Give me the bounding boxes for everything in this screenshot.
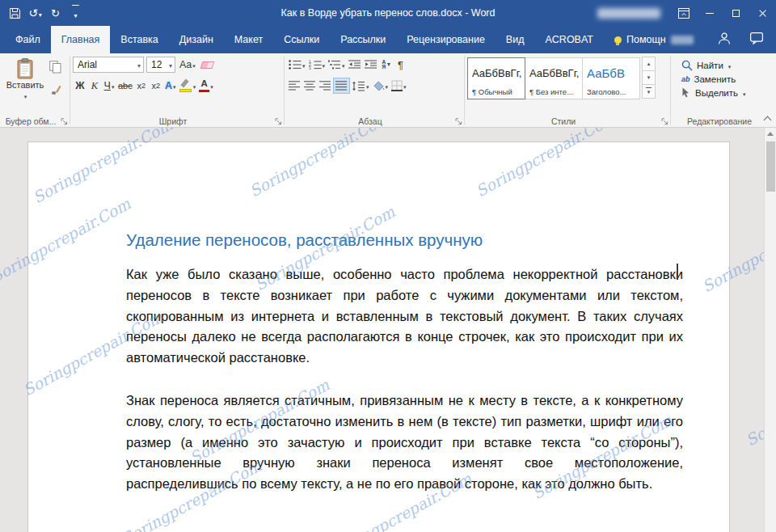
tab-references[interactable]: Ссылки — [273, 26, 330, 53]
minimize-icon — [706, 13, 714, 14]
show-marks-button[interactable]: ¶ — [394, 57, 408, 73]
chevron-down-icon — [209, 80, 213, 91]
styles-scroll-up-button[interactable] — [642, 57, 656, 71]
tab-tell-me[interactable]: Помощн — [604, 26, 704, 53]
vertical-scrollbar[interactable] — [764, 128, 776, 532]
save-button[interactable] — [5, 0, 25, 26]
justify-button[interactable] — [333, 78, 350, 94]
sort-icon: АЯ — [382, 60, 386, 70]
superscript-button[interactable]: x2 — [149, 78, 163, 94]
copy-icon — [49, 61, 61, 74]
align-center-button[interactable] — [302, 78, 318, 94]
font-size-combo[interactable]: 12 — [146, 57, 175, 73]
tabrow-right-icons — [718, 26, 776, 53]
customize-quick-access-button[interactable] — [65, 0, 86, 26]
tab-home[interactable]: Главная — [51, 26, 111, 53]
font-size-value: 12 — [151, 59, 162, 70]
styles-more-button[interactable] — [642, 84, 656, 99]
redo-button[interactable] — [45, 0, 65, 26]
style-name: ¶ Без инте... — [525, 87, 582, 99]
font-family-combo[interactable]: Arial — [73, 57, 144, 73]
clear-formatting-button[interactable] — [200, 57, 215, 73]
undo-button[interactable] — [25, 0, 45, 26]
borders-button[interactable] — [390, 78, 408, 94]
scroll-up-button[interactable] — [765, 128, 776, 140]
style-name: ¶ Обычный — [468, 87, 525, 99]
paragraph-dialog-launcher[interactable] — [455, 118, 462, 125]
style-heading[interactable]: АаБбВ Заголово... — [582, 57, 640, 99]
strikethrough-button[interactable]: abc — [116, 78, 134, 94]
replace-button[interactable]: ab Заменить — [681, 74, 746, 84]
italic-button[interactable]: К — [87, 78, 102, 94]
decrease-indent-button[interactable] — [347, 57, 363, 73]
styles-scroll — [642, 57, 656, 99]
document-paragraph[interactable]: Как уже было сказано выше, особенно част… — [126, 264, 683, 369]
font-dialog-launcher[interactable] — [275, 118, 282, 125]
maximize-icon — [732, 10, 740, 17]
styles-dialog-launcher[interactable] — [661, 118, 668, 125]
increase-indent-button[interactable] — [363, 57, 379, 73]
chevron-down-icon — [192, 80, 196, 91]
style-preview: АаБбВ — [583, 58, 639, 87]
chevron-down-icon — [385, 80, 389, 91]
tab-mailings[interactable]: Рассылки — [330, 26, 396, 53]
share-comment-button[interactable] — [750, 32, 763, 48]
line-spacing-button[interactable] — [350, 78, 371, 94]
style-name: Заголово... — [583, 87, 639, 99]
tell-me-label: Помощн — [626, 34, 666, 45]
undo-icon — [28, 6, 38, 20]
multilevel-list-button[interactable] — [327, 57, 347, 73]
document-paragraph[interactable]: Знак переноса является статичным, привяз… — [126, 391, 683, 495]
paste-button[interactable]: Вставить — [2, 57, 48, 100]
font-group: Arial 12 Aa Ж К Ч abc x2 x2 А А Шрифт — [70, 53, 284, 127]
font-color-button[interactable]: А — [197, 78, 215, 94]
numbering-button[interactable]: 1.2.3. — [307, 57, 327, 73]
line-spacing-icon — [352, 81, 365, 91]
style-preview: АаБбВвГг, — [468, 58, 525, 87]
underline-button[interactable]: Ч — [102, 78, 116, 94]
style-normal[interactable]: АаБбВвГг, ¶ Обычный — [467, 57, 525, 99]
window-controls — [597, 0, 776, 26]
tab-design[interactable]: Дизайн — [169, 26, 224, 53]
copy-button[interactable] — [49, 61, 61, 77]
redo-icon — [51, 6, 60, 20]
sort-button[interactable]: АЯ — [379, 57, 394, 73]
blurred-user-name — [597, 8, 660, 19]
maximize-button[interactable] — [723, 0, 749, 26]
format-painter-button[interactable] — [49, 84, 61, 99]
chevron-down-icon — [111, 80, 115, 91]
text-highlight-button[interactable] — [178, 78, 198, 94]
replace-label: Заменить — [694, 74, 736, 84]
align-right-icon — [319, 81, 331, 91]
change-case-button[interactable]: Aa — [178, 57, 197, 73]
document-page[interactable]: Удаление переносов, расставленных вручну… — [27, 141, 730, 532]
tab-layout[interactable]: Макет — [224, 26, 273, 53]
shading-button[interactable] — [371, 78, 390, 94]
align-right-button[interactable] — [318, 78, 333, 94]
subscript-button[interactable]: x2 — [134, 78, 149, 94]
text-cursor — [677, 264, 678, 280]
find-button[interactable]: Найти — [681, 60, 746, 71]
select-button[interactable]: Выделить — [681, 87, 746, 98]
bullets-button[interactable] — [287, 57, 307, 73]
tab-acrobat[interactable]: ACROBAT — [534, 26, 604, 53]
scrollbar-thumb[interactable] — [766, 141, 775, 192]
minimize-button[interactable] — [696, 0, 723, 26]
clipboard-dialog-launcher[interactable] — [61, 118, 68, 125]
document-heading[interactable]: Удаление переносов, расставленных вручну… — [126, 230, 683, 251]
style-no-spacing[interactable]: АаБбВвГг, ¶ Без инте... — [525, 57, 583, 99]
sign-in-button[interactable] — [718, 32, 731, 48]
tab-file[interactable]: Файл — [5, 26, 51, 53]
bold-button[interactable]: Ж — [73, 78, 87, 94]
tab-review[interactable]: Рецензирование — [396, 26, 496, 53]
bullets-icon — [289, 60, 302, 70]
ribbon-display-options-button[interactable] — [672, 0, 696, 26]
close-button[interactable] — [749, 0, 776, 26]
subscript-n: 2 — [141, 82, 146, 90]
text-effects-button[interactable]: А — [163, 78, 178, 94]
chevron-down-icon — [365, 80, 369, 91]
styles-scroll-down-button[interactable] — [642, 70, 656, 85]
tab-view[interactable]: Вид — [496, 26, 535, 53]
tab-insert[interactable]: Вставка — [110, 26, 168, 53]
align-left-button[interactable] — [287, 78, 302, 94]
